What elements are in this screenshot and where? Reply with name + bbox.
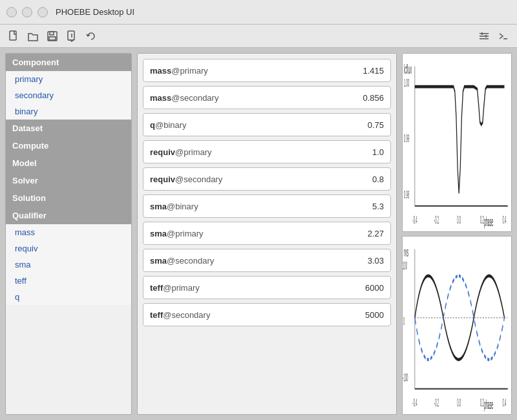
light-curve-chart[interactable]: lcflux phase -0.4 -0.2 0.0 0.2 0.4 1.00 …: [402, 53, 512, 232]
sidebar-item-binary[interactable]: binary: [6, 103, 131, 120]
app-title: PHOEBE Desktop UI: [56, 7, 134, 17]
new-file-icon[interactable]: [6, 29, 21, 43]
param-name-requiv-primary: requiv@primary: [150, 147, 345, 157]
param-value-sma-binary: 5.3: [345, 202, 384, 211]
params-panel: mass@primary 1.415 mass@secondary 0.856 …: [137, 53, 397, 415]
right-area: mass@primary 1.415 mass@secondary 0.856 …: [137, 53, 512, 415]
param-row-requiv-secondary[interactable]: requiv@secondary 0.8: [143, 167, 391, 191]
window-buttons: [6, 7, 48, 17]
toolbar-right: [477, 29, 511, 43]
title-bar: PHOEBE Desktop UI: [0, 0, 517, 25]
param-name-sma-secondary: sma@secondary: [150, 256, 345, 266]
svg-text:0.4: 0.4: [503, 398, 507, 408]
param-name-mass-primary: mass@primary: [150, 66, 345, 76]
param-name-sma-binary: sma@binary: [150, 202, 345, 211]
svg-text:0.99: 0.99: [404, 134, 409, 144]
sidebar-section-solver: Solver: [6, 172, 131, 189]
param-name-teff-primary: teff@primary: [150, 283, 345, 293]
rv-curve-chart[interactable]: rvs phase -0.4 -0.2 0.0 0.2 0.4 100 0: [402, 236, 512, 415]
param-name-q-binary: q@binary: [150, 120, 345, 130]
param-value-teff-primary: 6000: [345, 283, 384, 293]
sidebar-section-solution: Solution: [6, 189, 131, 207]
param-row-sma-secondary[interactable]: sma@secondary 3.03: [143, 249, 391, 272]
sidebar-section-compute: Compute: [6, 137, 131, 154]
main-area: Component primary secondary binary Datas…: [0, 48, 517, 420]
svg-text:rvs: rvs: [404, 246, 408, 260]
settings-icon[interactable]: [477, 29, 491, 43]
svg-text:0.0: 0.0: [457, 215, 461, 226]
param-name-sma-primary: sma@primary: [150, 229, 345, 238]
param-row-teff-primary[interactable]: teff@primary 6000: [143, 276, 391, 299]
param-row-sma-primary[interactable]: sma@primary 2.27: [143, 222, 391, 245]
svg-text:1.00: 1.00: [404, 78, 409, 88]
param-value-mass-primary: 1.415: [345, 66, 384, 76]
terminal-icon[interactable]: [496, 29, 511, 43]
sidebar-item-mass[interactable]: mass: [6, 224, 131, 240]
param-name-teff-secondary: teff@secondary: [150, 310, 345, 320]
param-value-q-binary: 0.75: [345, 120, 384, 130]
param-name-mass-secondary: mass@secondary: [150, 93, 345, 103]
svg-text:-0.4: -0.4: [412, 398, 417, 408]
svg-text:lcflux: lcflux: [404, 63, 412, 77]
svg-text:phase: phase: [484, 397, 493, 412]
svg-rect-3: [49, 37, 56, 40]
param-row-teff-secondary[interactable]: teff@secondary 5000: [143, 303, 391, 326]
svg-text:-100: -100: [403, 372, 408, 383]
close-button[interactable]: [6, 7, 17, 17]
svg-text:100: 100: [403, 260, 407, 271]
export-icon[interactable]: [65, 29, 79, 43]
svg-rect-2: [50, 32, 54, 35]
save-icon[interactable]: [45, 29, 59, 43]
sidebar-section-dataset: Dataset: [6, 120, 131, 137]
sidebar-item-requiv[interactable]: requiv: [6, 240, 131, 257]
sidebar-item-q[interactable]: q: [6, 289, 131, 305]
param-row-sma-binary[interactable]: sma@binary 5.3: [143, 194, 391, 218]
toolbar-left: [6, 29, 98, 43]
chart-panel: lcflux phase -0.4 -0.2 0.0 0.2 0.4 1.00 …: [402, 53, 512, 415]
sidebar: Component primary secondary binary Datas…: [5, 53, 132, 415]
svg-text:phase: phase: [484, 215, 493, 229]
param-value-sma-secondary: 3.03: [345, 256, 384, 266]
svg-text:0.4: 0.4: [503, 215, 507, 226]
sidebar-section-qualifier: Qualifier: [6, 207, 131, 224]
svg-text:0.2: 0.2: [480, 398, 484, 408]
svg-rect-0: [10, 31, 16, 40]
sidebar-section-model: Model: [6, 154, 131, 172]
sidebar-item-sma[interactable]: sma: [6, 257, 131, 273]
maximize-button[interactable]: [37, 7, 48, 17]
undo-icon[interactable]: [84, 29, 98, 43]
param-row-mass-secondary[interactable]: mass@secondary 0.856: [143, 86, 391, 109]
sidebar-item-primary[interactable]: primary: [6, 71, 131, 87]
param-row-q-binary[interactable]: q@binary 0.75: [143, 113, 391, 136]
param-value-requiv-secondary: 0.8: [345, 174, 384, 184]
svg-text:0.0: 0.0: [457, 398, 461, 408]
minimize-button[interactable]: [22, 7, 32, 17]
param-row-requiv-primary[interactable]: requiv@primary 1.0: [143, 140, 391, 163]
svg-text:0.98: 0.98: [404, 189, 409, 200]
svg-text:-0.2: -0.2: [434, 215, 439, 226]
toolbar: [0, 25, 517, 48]
svg-rect-4: [68, 31, 74, 40]
open-file-icon[interactable]: [26, 29, 40, 43]
svg-text:0.2: 0.2: [480, 215, 484, 226]
svg-text:-0.4: -0.4: [412, 215, 417, 226]
param-name-requiv-secondary: requiv@secondary: [150, 174, 345, 184]
param-value-requiv-primary: 1.0: [345, 147, 384, 157]
param-row-mass-primary[interactable]: mass@primary 1.415: [143, 59, 391, 82]
param-value-mass-secondary: 0.856: [345, 93, 384, 103]
svg-text:0: 0: [403, 317, 405, 327]
sidebar-item-secondary[interactable]: secondary: [6, 87, 131, 103]
svg-text:-0.2: -0.2: [434, 398, 439, 408]
sidebar-item-teff[interactable]: teff: [6, 273, 131, 289]
sidebar-section-component: Component: [6, 54, 131, 71]
param-value-sma-primary: 2.27: [345, 229, 384, 238]
param-value-teff-secondary: 5000: [345, 310, 384, 320]
